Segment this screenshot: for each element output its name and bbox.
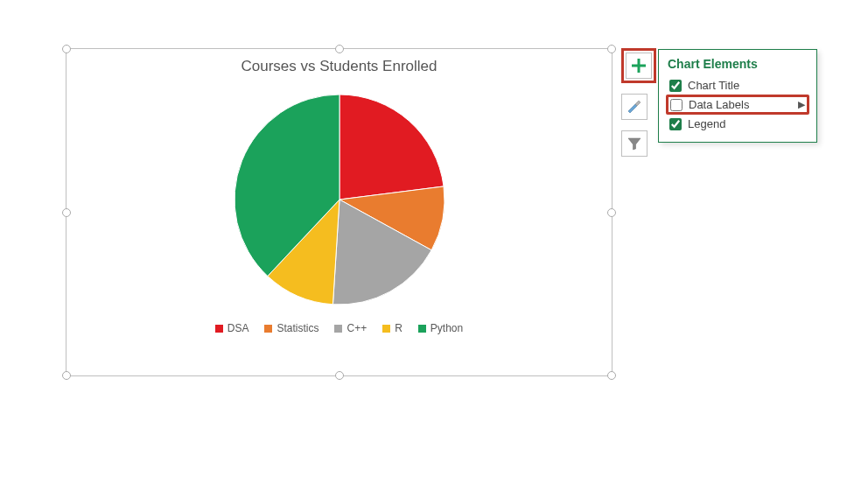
flyout-item-label: Data Labels [689,98,749,111]
chart-filters-button[interactable] [621,130,648,157]
legend-label: C++ [346,322,367,334]
filter-icon [626,136,642,151]
resize-handle[interactable] [62,208,71,217]
legend-item[interactable]: Statistics [264,322,318,334]
flyout-item-label: Legend [688,117,725,130]
brush-icon [626,99,642,115]
resize-handle[interactable] [335,45,344,53]
legend-label: Python [430,322,463,334]
legend-checkbox[interactable] [669,118,682,130]
legend-swatch [418,325,426,333]
legend-item[interactable]: C++ [334,322,367,334]
plus-icon [631,58,647,74]
chart-elements-button[interactable] [626,53,652,79]
flyout-item-chart-title[interactable]: Chart Title [668,76,808,95]
flyout-item-data-labels[interactable]: Data Labels ▶ [666,95,809,115]
pie-plot[interactable] [66,86,612,313]
chart-elements-flyout: Chart Elements Chart Title Data Labels ▶… [658,49,817,143]
chart-area[interactable]: Courses vs Students Enrolled DSAStatisti… [66,48,612,376]
resize-handle[interactable] [607,45,616,53]
legend-swatch [215,325,223,333]
resize-handle[interactable] [607,371,616,380]
chart-styles-button[interactable] [621,94,648,120]
resize-handle[interactable] [607,208,616,217]
submenu-arrow-icon[interactable]: ▶ [798,99,805,110]
resize-handle[interactable] [62,45,71,53]
legend-item[interactable]: Python [418,322,463,334]
resize-handle[interactable] [335,371,344,380]
legend-label: R [395,322,402,334]
chart-title[interactable]: Courses vs Students Enrolled [66,58,612,75]
resize-handle[interactable] [62,371,71,380]
flyout-item-legend[interactable]: Legend [668,115,808,133]
legend-item[interactable]: DSA [215,322,249,334]
highlight-annotation [621,48,656,83]
legend-item[interactable]: R [382,322,402,334]
flyout-title: Chart Elements [668,57,808,71]
svg-rect-1 [632,65,646,67]
legend-swatch [382,325,390,333]
data-labels-checkbox[interactable] [670,99,682,111]
chart-legend[interactable]: DSAStatisticsC++RPython [66,322,612,334]
legend-label: DSA [228,322,249,334]
legend-label: Statistics [276,322,318,334]
chart-title-checkbox[interactable] [669,80,682,92]
legend-swatch [334,325,342,333]
flyout-item-label: Chart Title [688,79,739,92]
legend-swatch [264,325,272,333]
pie-slice[interactable] [340,95,444,200]
chart-tool-buttons [621,48,656,157]
